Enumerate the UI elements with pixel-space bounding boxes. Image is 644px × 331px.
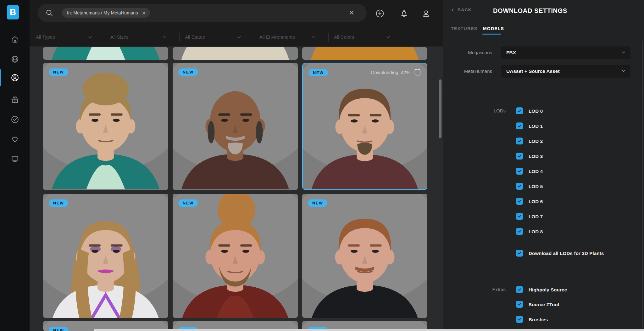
filter-dropdown-all-states[interactable]: All States — [179, 28, 254, 46]
new-badge: NEW — [49, 199, 68, 207]
sidebar-item-user-circle[interactable] — [0, 69, 30, 86]
checkbox-row-lod-2[interactable]: LOD 2 — [516, 137, 543, 145]
sidebar-item-check-circle[interactable] — [0, 111, 30, 128]
search-input[interactable]: In: Metahumans / My MetaHumans ✕ ✕ — [38, 4, 367, 22]
filter-dropdown-all-sizes[interactable]: All Sizes — [105, 28, 179, 46]
home-icon — [10, 35, 19, 44]
metahuman-tile[interactable] — [173, 47, 298, 60]
filter-label: All Colors — [334, 34, 354, 40]
check-icon — [517, 124, 522, 128]
tab-models[interactable]: MODELS — [483, 26, 504, 31]
metahumans-format-select[interactable]: UAsset + Source Asset — [501, 65, 630, 78]
back-button[interactable]: BACK — [450, 8, 472, 12]
download-circle-button[interactable] — [375, 9, 385, 18]
sidebar-item-heart[interactable] — [0, 130, 30, 148]
metahuman-tile[interactable] — [43, 47, 168, 60]
checkbox-checked[interactable] — [516, 301, 523, 308]
window-bottom-edge — [94, 329, 644, 331]
check-icon — [517, 154, 522, 158]
metahuman-portrait — [173, 63, 298, 189]
tab-textures[interactable]: TEXTURES — [451, 26, 477, 31]
checkbox-checked[interactable] — [516, 122, 523, 129]
search-tag-label: In: Metahumans / My MetaHumans — [67, 10, 138, 15]
sidebar-item-globe[interactable] — [0, 50, 30, 68]
checkbox-row-lod-4[interactable]: LOD 4 — [516, 167, 543, 175]
new-badge: NEW — [178, 199, 198, 207]
user-icon — [421, 9, 431, 18]
divider — [403, 33, 403, 42]
checkbox-row-lod-0[interactable]: LOD 0 — [516, 107, 543, 115]
filter-dropdown-all-types[interactable]: All Types — [30, 28, 105, 46]
checkbox-checked[interactable] — [516, 183, 523, 190]
checkbox-checked[interactable] — [516, 228, 523, 235]
format-row: MegascansFBX — [443, 46, 644, 59]
checkbox-row-lod-3[interactable]: LOD 3 — [516, 152, 543, 160]
metahuman-tile[interactable]: NEW — [43, 63, 168, 190]
sidebar-item-gift[interactable] — [0, 91, 30, 108]
checkbox-row-highpoly-source[interactable]: Highpoly Source — [516, 286, 567, 293]
check-icon — [517, 199, 522, 203]
bell-button[interactable] — [399, 9, 409, 18]
checkbox-checked[interactable] — [516, 286, 523, 293]
metahuman-tile[interactable]: NEW — [173, 63, 298, 190]
metahuman-portrait — [43, 47, 168, 60]
checkbox-label: LOD 6 — [529, 199, 543, 204]
chevron-down-icon — [237, 35, 241, 39]
user-button[interactable] — [421, 9, 431, 18]
checkbox-checked[interactable] — [516, 153, 523, 160]
extras-section-label: Extras — [443, 286, 506, 293]
panel-scrollbar[interactable] — [642, 41, 643, 331]
checkbox-row-lod-6[interactable]: LOD 6 — [516, 198, 543, 205]
globe-icon — [10, 55, 19, 64]
new-badge: NEW — [178, 68, 198, 76]
metahuman-tile[interactable]: NEW — [43, 194, 168, 318]
chevron-down-icon — [616, 65, 630, 78]
filter-dropdown-all-environments[interactable]: All Environments — [254, 28, 328, 46]
checkbox-row-brushes[interactable]: Brushes — [516, 316, 548, 323]
checkbox-checked[interactable] — [516, 107, 523, 114]
checkbox-checked[interactable] — [516, 138, 523, 144]
checkbox-checked[interactable] — [516, 168, 523, 175]
grid-scrollbar-thumb[interactable] — [439, 79, 441, 138]
new-badge: NEW — [49, 68, 68, 76]
active-tab-underline — [482, 34, 501, 35]
checkbox-label: LOD 5 — [529, 184, 543, 189]
chevron-down-icon — [312, 35, 316, 39]
checkbox-row-all-lods-3d-plants[interactable]: Download all LODs for 3D Plants — [516, 249, 604, 257]
search-clear-icon[interactable]: ✕ — [348, 9, 355, 17]
metahuman-tile[interactable]: NEW — [302, 194, 427, 318]
format-label: Megascans — [443, 46, 492, 59]
new-badge: NEW — [308, 199, 327, 207]
chevron-down-icon — [386, 35, 390, 39]
sidebar-item-monitor[interactable] — [0, 150, 30, 167]
check-icon — [517, 214, 522, 219]
checkbox-row-lod-5[interactable]: LOD 5 — [516, 182, 543, 190]
checkbox-label: LOD 1 — [529, 123, 543, 129]
tag-close-icon[interactable]: ✕ — [142, 11, 146, 15]
filter-dropdown-all-colors[interactable]: All Colors — [328, 28, 403, 46]
sidebar-item-home[interactable] — [0, 30, 30, 48]
checkbox-label: LOD 7 — [529, 214, 543, 219]
filter-label: All Environments — [259, 34, 295, 40]
checkbox-checked[interactable] — [516, 198, 523, 205]
checkbox-row-lod-8[interactable]: LOD 8 — [516, 228, 543, 235]
check-icon — [517, 184, 522, 188]
active-indicator — [0, 69, 1, 86]
chevron-down-icon — [88, 35, 92, 39]
metahuman-tile[interactable]: NEW — [173, 194, 298, 318]
divider — [443, 38, 644, 38]
search-filter-tag: In: Metahumans / My MetaHumans ✕ — [62, 8, 150, 18]
download-circle-icon — [375, 9, 385, 18]
metahuman-tile-downloading[interactable]: NEWDownloading: 42% — [302, 63, 427, 190]
checkbox-checked[interactable] — [516, 213, 523, 220]
new-badge: NEW — [49, 327, 68, 331]
checkbox-checked[interactable] — [516, 316, 523, 323]
metahuman-portrait — [173, 194, 298, 318]
checkbox-checked[interactable] — [516, 250, 523, 257]
metahuman-tile[interactable] — [302, 47, 427, 60]
checkbox-row-lod-7[interactable]: LOD 7 — [516, 213, 543, 220]
checkbox-row-source-ztool[interactable]: Source ZTool — [516, 301, 559, 308]
checkbox-row-lod-1[interactable]: LOD 1 — [516, 122, 543, 130]
megascans-format-select[interactable]: FBX — [501, 46, 630, 59]
checkbox-label: Source ZTool — [529, 302, 559, 307]
